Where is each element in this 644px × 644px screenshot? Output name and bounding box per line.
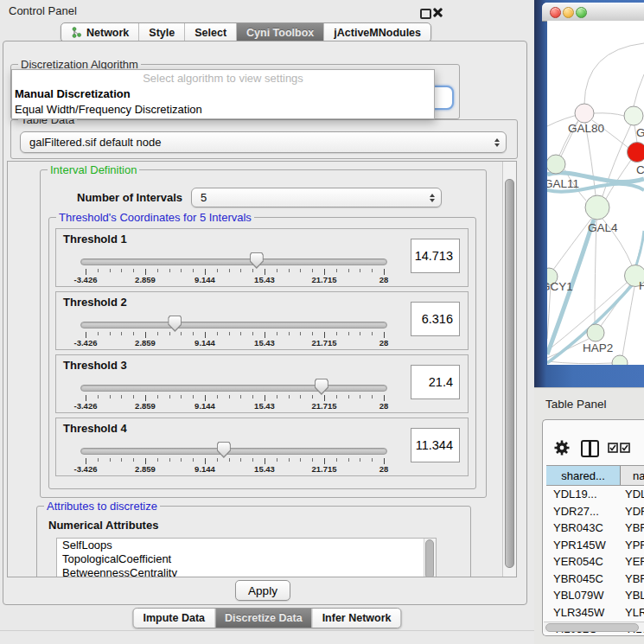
cell-name[interactable]: YBR0 bbox=[621, 521, 644, 534]
split-view-icon[interactable] bbox=[581, 440, 599, 457]
attributes-group: Attributes to discretize Numerical Attri… bbox=[36, 506, 471, 577]
list-scrollbar[interactable] bbox=[424, 539, 436, 577]
tick-mark bbox=[312, 395, 313, 399]
algorithm-option-manual-discretization[interactable]: Manual Discretization bbox=[12, 86, 434, 102]
slider-track[interactable] bbox=[80, 448, 387, 455]
cell-name[interactable]: YBR0 bbox=[621, 572, 644, 585]
cell-shared-name[interactable]: YPR145W bbox=[546, 539, 621, 552]
tick-label: 2.859 bbox=[119, 401, 171, 411]
network-node-c[interactable] bbox=[628, 143, 644, 163]
table-row[interactable]: YLR345WYLR3 bbox=[546, 604, 644, 622]
settings-scrollbar-thumb[interactable] bbox=[505, 179, 514, 568]
window-light-yellow-icon[interactable] bbox=[563, 7, 574, 18]
slider-track[interactable] bbox=[80, 258, 387, 265]
network-node-ga[interactable] bbox=[624, 106, 643, 125]
network-node-gal4[interactable] bbox=[585, 195, 609, 220]
network-node-gal80[interactable] bbox=[575, 104, 594, 123]
numerical-attributes-list[interactable]: SelfLoopsTopologicalCoefficientBetweenne… bbox=[56, 538, 437, 577]
table-data-combobox[interactable]: galFiltered.sif default node bbox=[20, 131, 507, 153]
bottom-tab-discretize-data[interactable]: Discretize Data bbox=[215, 609, 313, 628]
table-horizontal-scrollbar[interactable] bbox=[544, 622, 644, 632]
list-scrollbar-thumb[interactable] bbox=[425, 539, 434, 577]
column-header-name[interactable]: na bbox=[621, 466, 644, 485]
checkbox-icon[interactable] bbox=[620, 443, 630, 453]
tick-mark bbox=[300, 332, 301, 335]
network-node-gal11[interactable] bbox=[547, 155, 565, 174]
slider-track[interactable] bbox=[80, 385, 387, 392]
tick-mark bbox=[300, 395, 301, 399]
cell-name[interactable]: YBL0 bbox=[621, 589, 644, 602]
network-node-hap2[interactable] bbox=[587, 324, 604, 341]
column-header-shared-name[interactable]: shared... bbox=[546, 466, 621, 485]
tick-label: 15.43 bbox=[239, 338, 290, 348]
tick-mark bbox=[193, 269, 194, 272]
bottom-tab-impute-data[interactable]: Impute Data bbox=[133, 609, 215, 628]
tick-mark bbox=[181, 458, 182, 462]
tick-mark bbox=[169, 332, 170, 335]
window-light-red-icon[interactable] bbox=[550, 7, 561, 18]
tab-style[interactable]: Style bbox=[139, 23, 185, 41]
number-of-intervals-combobox[interactable]: 5 bbox=[191, 188, 442, 207]
cell-shared-name[interactable]: YBR045C bbox=[546, 572, 621, 585]
table-row[interactable]: YDL19...YDL1 bbox=[546, 486, 644, 503]
cell-shared-name[interactable]: YER054C bbox=[546, 555, 621, 568]
slider-thumb[interactable] bbox=[250, 252, 264, 269]
tab-jactivemnodules[interactable]: jActiveMNodules bbox=[324, 23, 430, 41]
cell-shared-name[interactable]: YDR27... bbox=[546, 505, 621, 518]
slider-thumb[interactable] bbox=[168, 316, 182, 332]
checkbox-icon[interactable] bbox=[608, 443, 618, 453]
cell-shared-name[interactable]: YLR345W bbox=[546, 606, 621, 619]
slider-track[interactable] bbox=[80, 322, 387, 328]
slider-thumb[interactable] bbox=[217, 442, 231, 458]
bottom-tab-infer-network[interactable]: Infer Network bbox=[313, 609, 401, 628]
settings-scrollbar[interactable] bbox=[502, 162, 516, 577]
attribute-item-betweennesscentrality[interactable]: BetweennessCentrality bbox=[57, 566, 436, 577]
close-icon[interactable] bbox=[432, 8, 442, 17]
attribute-item-topologicalcoefficient[interactable]: TopologicalCoefficient bbox=[57, 552, 436, 566]
threshold-value-field[interactable]: 14.713 bbox=[411, 239, 460, 273]
table-row[interactable]: YDR27...YDR2 bbox=[546, 503, 644, 520]
table-row[interactable]: YBR045CYBR0 bbox=[546, 571, 644, 588]
network-node[interactable] bbox=[612, 355, 628, 365]
tick-mark bbox=[181, 269, 182, 272]
cell-shared-name[interactable]: YDL19... bbox=[546, 488, 621, 501]
tick-mark bbox=[133, 458, 134, 462]
table-row[interactable]: YPR145WYPR1 bbox=[546, 537, 644, 554]
tab-select[interactable]: Select bbox=[185, 23, 237, 41]
node-label: GCY1 bbox=[547, 280, 573, 293]
network-svg: GAL80GACGAL11GAL4GCY1HHAP2 bbox=[547, 21, 644, 365]
settings-gear-icon[interactable] bbox=[553, 439, 571, 456]
thresholds-group: Threshold's Coordinates for 5 Intervals … bbox=[48, 217, 476, 489]
table-horizontal-scrollbar-thumb[interactable] bbox=[545, 623, 639, 632]
node-label: GAL11 bbox=[547, 177, 579, 190]
tick-mark bbox=[86, 395, 86, 401]
cell-name[interactable]: YDR2 bbox=[621, 505, 644, 518]
network-canvas[interactable]: GAL80GACGAL11GAL4GCY1HHAP2 bbox=[547, 21, 644, 365]
attribute-item-selfloops[interactable]: SelfLoops bbox=[57, 539, 436, 552]
table-row[interactable]: YER054CYER0 bbox=[546, 553, 644, 571]
algorithm-option-equal-width-frequency-discretization[interactable]: Equal Width/Frequency Discretization bbox=[12, 102, 434, 118]
float-icon[interactable] bbox=[420, 9, 431, 19]
cell-name[interactable]: YDL1 bbox=[621, 488, 644, 501]
tick-mark bbox=[348, 395, 349, 399]
tab-network[interactable]: Network bbox=[61, 23, 139, 41]
threshold-value-field[interactable]: 21.4 bbox=[411, 365, 460, 399]
table-row[interactable]: YBR043CYBR0 bbox=[546, 520, 644, 537]
slider-thumb[interactable] bbox=[315, 379, 328, 395]
tick-label: 21.715 bbox=[298, 275, 350, 284]
cell-shared-name[interactable]: YBR043C bbox=[546, 521, 621, 534]
cell-name[interactable]: YPR1 bbox=[621, 539, 644, 552]
cell-name[interactable]: YLR3 bbox=[621, 606, 644, 619]
threshold-value-field[interactable]: 11.344 bbox=[411, 428, 460, 462]
cell-name[interactable]: YER0 bbox=[621, 555, 644, 568]
network-edge bbox=[547, 361, 612, 364]
network-window-titlebar[interactable] bbox=[542, 3, 644, 22]
table-row[interactable]: YBL079WYBL0 bbox=[546, 587, 644, 604]
threshold-value-field[interactable]: 6.316 bbox=[411, 302, 460, 336]
number-of-intervals-label: Number of Intervals bbox=[77, 191, 182, 204]
tab-cyni-toolbox[interactable]: Cyni Toolbox bbox=[237, 23, 324, 41]
window-light-green-icon[interactable] bbox=[576, 7, 587, 18]
apply-button[interactable]: Apply bbox=[235, 580, 290, 601]
tick-mark bbox=[289, 458, 290, 462]
cell-shared-name[interactable]: YBL079W bbox=[546, 589, 621, 602]
